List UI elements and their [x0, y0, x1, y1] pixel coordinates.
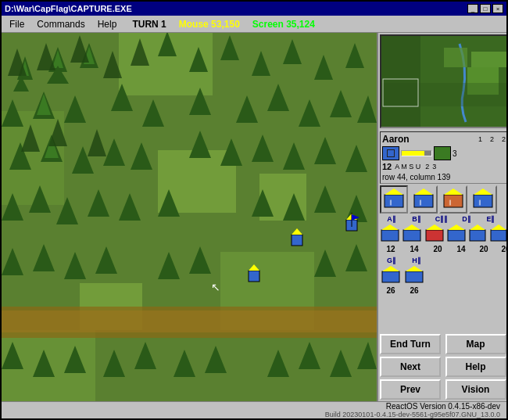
svg-marker-112 — [474, 188, 492, 195]
stat-num3: 3 — [432, 163, 436, 171]
col-numbers: 1 2 2 — [478, 135, 506, 143]
prev-button[interactable]: Prev — [380, 379, 441, 400]
menu-file[interactable]: File — [5, 17, 29, 31]
svg-marker-119 — [426, 224, 443, 230]
menu-help[interactable]: Help — [93, 17, 122, 31]
svg-marker-115 — [381, 224, 399, 230]
unit-e-sprite[interactable] — [468, 223, 487, 245]
menu-commands[interactable]: Commands — [32, 17, 89, 31]
svg-rect-96 — [444, 48, 467, 67]
maximize-button[interactable]: □ — [480, 4, 491, 13]
close-button[interactable]: × — [492, 4, 503, 13]
unit-b-sprite[interactable] — [402, 223, 422, 245]
stat-number: 3 — [453, 149, 457, 158]
unit-group-labels-row1: A∥ B∥ C∥∥ D∥ E∥ F∥ — [380, 215, 506, 223]
svg-rect-122 — [470, 230, 485, 241]
svg-marker-129 — [406, 266, 423, 271]
player-name: Aaron — [382, 134, 410, 145]
game-canvas[interactable]: ↖ — [2, 33, 377, 401]
unit-group-labels-row2: G∥ H∥ — [380, 257, 506, 264]
stat-num2: 2 — [425, 163, 429, 171]
svg-rect-99 — [381, 36, 420, 128]
svg-rect-86 — [249, 271, 259, 282]
titlebar-controls: _ □ × — [467, 4, 503, 13]
unit-sprites-row1 — [380, 223, 506, 245]
main-window: D:\War\CapFlag\CAPTURE.EXE _ □ × File Co… — [0, 0, 508, 420]
minimap[interactable] — [380, 34, 506, 128]
help-button[interactable]: Help — [445, 357, 506, 377]
right-panel: Aaron 1 2 2 — [377, 33, 506, 401]
player-info: Aaron 1 2 2 — [380, 131, 506, 184]
svg-marker-109 — [444, 188, 463, 195]
svg-rect-105 — [414, 195, 433, 207]
svg-rect-116 — [403, 230, 420, 241]
svg-rect-102 — [385, 195, 403, 207]
unit-a-sprite[interactable] — [380, 223, 400, 245]
svg-rect-120 — [448, 230, 465, 241]
stat-fill — [402, 151, 424, 156]
svg-marker-127 — [382, 266, 399, 271]
vision-button[interactable]: Vision — [445, 379, 506, 400]
end-turn-button[interactable]: End Turn — [380, 334, 441, 354]
unit-h-sprite[interactable] — [403, 264, 425, 286]
svg-marker-103 — [385, 188, 403, 195]
svg-marker-106 — [414, 188, 433, 195]
svg-rect-128 — [406, 271, 423, 282]
stat-12: 12 — [382, 162, 392, 171]
svg-marker-117 — [403, 224, 420, 230]
statusbar-line2: Build 20230101-0.4.15-dev-5561-g95e5f07.… — [325, 411, 500, 418]
stat-bar — [401, 150, 432, 156]
svg-rect-9 — [2, 311, 377, 332]
screen-info: Screen 35,124 — [252, 19, 315, 30]
svg-marker-123 — [470, 224, 485, 230]
unit-icon-b[interactable]: ∥ — [410, 185, 438, 214]
unit-c-sprite[interactable] — [424, 223, 445, 245]
svg-text:∥: ∥ — [389, 199, 392, 206]
svg-rect-126 — [382, 271, 399, 282]
row-col-info: row 44, column 139 — [382, 173, 506, 181]
statusbar-line1: ReactOS Version 0.4.15-x86-dev — [325, 402, 500, 411]
unit-icon-c[interactable]: ∥ — [439, 185, 467, 214]
svg-rect-100 — [381, 83, 506, 106]
unit-f-sprite[interactable] — [489, 223, 506, 245]
unit-d-sprite[interactable] — [446, 223, 467, 245]
unit-icon-d[interactable]: ∥ — [469, 185, 497, 214]
unit-counts-row1: 12 14 20 14 20 20 — [380, 245, 506, 253]
turn-label: TURN 1 — [132, 19, 166, 30]
svg-text:∥: ∥ — [449, 199, 452, 206]
titlebar: D:\War\CapFlag\CAPTURE.EXE _ □ × — [2, 2, 506, 16]
svg-marker-121 — [448, 224, 465, 230]
svg-rect-114 — [381, 230, 399, 241]
statusbar-content: ReactOS Version 0.4.15-x86-dev Build 202… — [325, 402, 500, 418]
next-button[interactable]: Next — [380, 357, 441, 377]
unit-icon-a[interactable]: ∥ — [380, 185, 408, 214]
minimize-button[interactable]: _ — [467, 4, 478, 13]
stats-row: 3 — [382, 146, 506, 160]
svg-text:∥: ∥ — [419, 199, 422, 206]
button-grid: End Turn Map Next Help Prev Vision — [380, 334, 506, 400]
map-button[interactable]: Map — [445, 334, 506, 354]
unit-sprites-row2 — [380, 264, 506, 286]
svg-text:∥: ∥ — [478, 199, 481, 206]
stat-letters: A M S U — [395, 163, 420, 171]
unit-counts-row2: 26 26 — [380, 286, 506, 295]
svg-rect-124 — [491, 230, 506, 241]
menubar: File Commands Help TURN 1 Mouse 53,150 S… — [2, 16, 506, 33]
player-header: Aaron 1 2 2 — [382, 134, 506, 145]
statusbar: ReactOS Version 0.4.15-x86-dev Build 202… — [2, 401, 506, 418]
svg-rect-118 — [426, 230, 443, 241]
player-flag-icon — [434, 146, 451, 160]
svg-marker-125 — [491, 224, 506, 230]
stat-numbers-row: 12 A M S U 2 3 — [382, 162, 506, 171]
unit-g-sprite[interactable] — [380, 264, 402, 286]
unit-icons-row: ∥ ∥ ∥ — [380, 185, 506, 214]
svg-rect-88 — [292, 235, 302, 246]
svg-rect-98 — [471, 52, 506, 67]
window-title: D:\War\CapFlag\CAPTURE.EXE — [5, 4, 132, 13]
turn-info: TURN 1 Mouse 53,150 Screen 35,124 — [132, 19, 315, 30]
main-area: ↖ — [2, 33, 506, 401]
mouse-info: Mouse 53,150 — [179, 19, 240, 30]
svg-rect-108 — [444, 195, 463, 207]
player-unit-icon — [382, 146, 399, 160]
svg-rect-111 — [474, 195, 492, 207]
